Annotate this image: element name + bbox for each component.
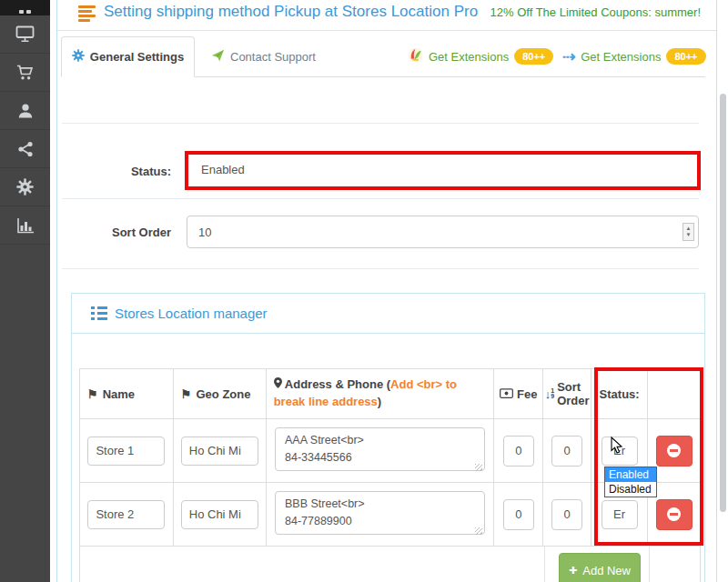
sidebar-item-marketing[interactable]: [0, 130, 50, 168]
sort-order-label: Sort Order: [76, 226, 171, 239]
fee-input[interactable]: [503, 499, 534, 530]
get-extensions-link-2[interactable]: ⇢ Get Extensions 80++: [562, 45, 706, 67]
scrollbar-thumb[interactable]: [720, 94, 726, 512]
gear-icon: [16, 178, 34, 196]
dropdown-option-enabled[interactable]: Enabled: [605, 467, 656, 482]
menu-bars-icon: [78, 5, 96, 21]
sidebar-item-sales[interactable]: [0, 54, 50, 92]
number-spinner-icon[interactable]: ▲ ▼: [682, 223, 694, 241]
address-textarea[interactable]: AAA Street<br> 84-33445566: [275, 427, 485, 471]
fee-input[interactable]: [503, 436, 534, 467]
status-select[interactable]: Enabled: [188, 155, 697, 186]
get-extensions-link-1[interactable]: Get Extensions 80++: [408, 45, 553, 67]
sort-order-input[interactable]: [187, 216, 699, 248]
annotation-rect-status: Enabled: [185, 151, 701, 190]
delete-row-button[interactable]: [656, 436, 693, 467]
flag-icon: ⚑: [87, 387, 98, 401]
footer-divider: [649, 547, 650, 582]
sidebar: [0, 0, 50, 582]
tab-label: General Settings: [90, 50, 184, 64]
paper-plane-icon: [211, 49, 225, 65]
page-title: Setting shipping method Pickup at Stores…: [104, 3, 478, 21]
col-header-sort-order: ↓ 19 Sort Order: [543, 369, 592, 419]
row-sort-input[interactable]: [551, 499, 582, 530]
map-marker-icon: [274, 377, 282, 391]
cart-icon: [16, 65, 35, 81]
tab-contact-support[interactable]: Contact Support: [195, 36, 332, 76]
color-logo-icon: [408, 47, 423, 66]
list-icon: [91, 306, 107, 320]
sidebar-item-active[interactable]: [0, 0, 50, 15]
panel-title: Stores Location manager: [115, 306, 268, 321]
spinner-down-icon[interactable]: ▼: [686, 232, 692, 238]
promo-text[interactable]: 12% Off The Limited Coupons: summer!: [473, 5, 701, 19]
tab-general-settings[interactable]: General Settings: [61, 36, 195, 77]
form-divider: [62, 198, 699, 199]
grid-icon: [19, 10, 24, 14]
ext-badge: 80++: [666, 48, 705, 65]
share-icon: [17, 141, 34, 157]
status-dropdown-list: Enabled Disabled: [604, 467, 657, 497]
footer-divider: [544, 547, 545, 582]
col-header-status: Status:: [592, 369, 648, 419]
grid-icon: [26, 10, 31, 14]
store-name-input[interactable]: [87, 436, 165, 466]
row-status-select[interactable]: Er: [602, 500, 638, 529]
store-name-input[interactable]: [87, 500, 165, 529]
spinner-up-icon[interactable]: ▲: [686, 226, 692, 232]
address-textarea[interactable]: BBB Street<br> 84-77889900: [275, 491, 485, 535]
header-divider: [57, 30, 716, 31]
ext-label: Get Extensions: [429, 50, 509, 64]
gear-icon: [72, 49, 85, 65]
ext-label: Get Extensions: [581, 50, 661, 64]
dropdown-option-disabled[interactable]: Disabled: [605, 482, 656, 497]
form-divider: [62, 268, 699, 269]
ext-badge: 80++: [514, 48, 553, 65]
minus-circle-icon: [667, 507, 681, 521]
status-label: Status:: [76, 165, 171, 178]
geo-zone-input[interactable]: [181, 500, 258, 529]
admin-screen: Setting shipping method Pickup at Stores…: [0, 0, 728, 582]
table-header-row: ⚑ Name ⚑ Geo Zone Address & Phone (Add <…: [80, 369, 700, 419]
bar-chart-icon: [16, 217, 35, 234]
sort-numeric-icon: ↓ 19: [545, 387, 554, 401]
sidebar-item-design[interactable]: [0, 15, 50, 54]
row-status-select[interactable]: Er: [602, 436, 638, 466]
money-icon: [500, 387, 513, 401]
add-new-button[interactable]: ✚ Add New: [559, 553, 641, 582]
desktop-icon: [15, 25, 35, 43]
scrollbar-track[interactable]: [718, 0, 728, 582]
sidebar-item-system[interactable]: [0, 168, 50, 206]
minus-circle-icon: [667, 444, 681, 457]
col-header-actions: [648, 369, 700, 419]
user-icon: [17, 103, 34, 119]
col-header-geo-zone: ⚑ Geo Zone: [174, 369, 267, 419]
col-header-address: Address & Phone (Add <br> to break line …: [267, 369, 495, 419]
tab-label: Contact Support: [230, 50, 316, 64]
geo-zone-input[interactable]: [181, 436, 258, 466]
dashed-arrow-icon: ⇢: [562, 49, 575, 65]
sidebar-item-customers[interactable]: [0, 92, 50, 130]
flag-icon: ⚑: [181, 387, 192, 401]
col-header-fee: Fee: [494, 369, 543, 419]
col-header-name: ⚑ Name: [80, 369, 174, 419]
plus-icon: ✚: [569, 565, 577, 577]
row-sort-input[interactable]: [551, 436, 582, 467]
table-footer-row: ✚ Add New: [80, 547, 700, 582]
sidebar-item-reports[interactable]: [0, 206, 50, 245]
delete-row-button[interactable]: [656, 499, 693, 530]
form-divider: [62, 123, 699, 124]
